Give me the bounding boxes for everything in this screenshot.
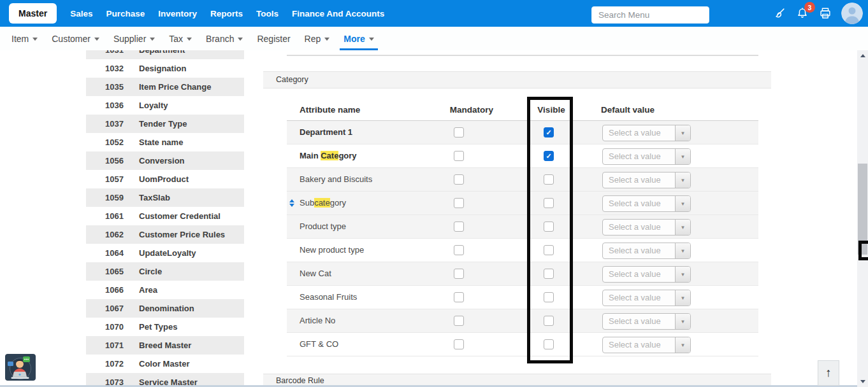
mandatory-checkbox[interactable] [454, 174, 464, 185]
scrollbar-down-arrow[interactable] [857, 376, 868, 387]
sidebar-master-item-conversion[interactable]: 1056 Conversion [86, 151, 244, 170]
sidebar-master-item-updateloyalty[interactable]: 1064 UpdateLoyalty [86, 244, 244, 262]
chevron-down-icon [94, 38, 99, 41]
default-value-dropdown[interactable]: Select a value ▼ [602, 195, 691, 212]
default-value-dropdown[interactable]: Select a value ▼ [602, 337, 691, 353]
mandatory-checkbox[interactable] [454, 222, 464, 232]
subnav-item-label: Register [257, 34, 290, 44]
dropdown-arrow-icon: ▼ [675, 149, 690, 164]
topnav-item-reports[interactable]: Reports [210, 9, 243, 18]
visible-checkbox[interactable]: ✓ [544, 151, 554, 161]
subnav-item-label: Branch [206, 34, 234, 44]
subnav-item-register[interactable]: Register [257, 27, 290, 50]
topnav-item-sales[interactable]: Sales [70, 9, 92, 18]
default-value-dropdown[interactable]: Select a value ▼ [602, 148, 691, 165]
brush-icon[interactable] [772, 6, 786, 20]
drag-handle-icon[interactable] [289, 199, 294, 207]
topnav-items: MasterSalesPurchaseInventoryReportsTools… [9, 3, 384, 24]
search-input[interactable] [591, 6, 709, 24]
scroll-to-top-button[interactable]: ↑ [818, 360, 839, 386]
default-value-dropdown[interactable]: Select a value ▼ [602, 125, 691, 141]
visible-checkbox[interactable] [544, 198, 554, 208]
default-value-dropdown[interactable]: Select a value ▼ [602, 313, 691, 330]
dropdown-arrow-icon: ▼ [675, 290, 690, 306]
attribute-name: Seasonal Fruits [300, 286, 357, 309]
subnav-item-item[interactable]: Item [11, 27, 38, 50]
mandatory-checkbox[interactable] [454, 198, 464, 208]
master-list-sidebar: 1031 Department 1032 Designation 1035 It… [86, 50, 244, 387]
subnav-item-supplier[interactable]: Supplier [113, 27, 155, 50]
sidebar-master-item-area[interactable]: 1066 Area [86, 281, 244, 299]
sidebar-master-item-circle[interactable]: 1065 Circle [86, 262, 244, 281]
default-value-dropdown[interactable]: Select a value ▼ [602, 172, 691, 188]
dropdown-arrow-icon: ▼ [675, 243, 690, 258]
sidebar-master-item-pet-types[interactable]: 1070 Pet Types [86, 318, 244, 336]
sidebar-master-item-state-name[interactable]: 1052 State name [86, 133, 244, 151]
master-item-label: Loyalty [139, 101, 168, 110]
sidebar-master-item-color-master[interactable]: 1072 Color Master [86, 355, 244, 373]
dropdown-placeholder: Select a value [603, 196, 675, 211]
sidebar-master-item-uomproduct[interactable]: 1057 UomProduct [86, 170, 244, 188]
subnav-item-tax[interactable]: Tax [169, 27, 192, 50]
chevron-down-icon [324, 38, 329, 41]
visible-checkbox[interactable] [544, 316, 554, 326]
mandatory-checkbox[interactable] [454, 339, 464, 349]
sidebar-master-item-taxslab[interactable]: 1059 TaxSlab [86, 188, 244, 207]
master-item-id: 1061 [86, 211, 124, 221]
subnav-item-label: Rep [305, 34, 321, 44]
sidebar-master-item-loyalty[interactable]: 1036 Loyalty [86, 96, 244, 115]
visible-checkbox[interactable]: ✓ [544, 127, 554, 137]
mandatory-checkbox[interactable] [454, 151, 464, 161]
top-navigation-bar: MasterSalesPurchaseInventoryReportsTools… [0, 0, 868, 27]
default-value-dropdown[interactable]: Select a value ▼ [602, 243, 691, 259]
dropdown-placeholder: Select a value [603, 243, 675, 258]
mandatory-checkbox[interactable] [454, 292, 464, 302]
mandatory-checkbox[interactable] [454, 316, 464, 326]
sidebar-master-item-tender-type[interactable]: 1037 Tender Type [86, 115, 244, 133]
mandatory-checkbox[interactable] [454, 127, 464, 137]
topnav-item-tools[interactable]: Tools [256, 9, 278, 18]
sidebar-master-item-denomination[interactable]: 1067 Denomination [86, 299, 244, 318]
master-item-label: Department [139, 50, 185, 55]
sidebar-master-item-customer-credential[interactable]: 1061 Customer Credential [86, 207, 244, 225]
subnav-item-rep[interactable]: Rep [305, 27, 330, 50]
topnav-item-finance-and-accounts[interactable]: Finance And Accounts [292, 9, 384, 18]
default-value-dropdown[interactable]: Select a value ▼ [602, 266, 691, 283]
chat-widget-avatar[interactable] [5, 354, 36, 381]
user-avatar[interactable] [841, 3, 863, 24]
sidebar-master-item-item-price-change[interactable]: 1035 Item Price Change [86, 78, 244, 96]
vertical-scrollbar[interactable] [857, 50, 868, 387]
mandatory-checkbox[interactable] [454, 245, 464, 255]
master-item-id: 1062 [86, 230, 124, 239]
default-value-dropdown[interactable]: Select a value ▼ [602, 290, 691, 306]
subnav-item-label: More [344, 34, 365, 44]
subnav-item-label: Customer [52, 34, 90, 44]
master-item-label: Denomination [139, 304, 194, 313]
printer-icon[interactable] [818, 6, 832, 20]
visible-checkbox[interactable] [544, 339, 554, 349]
visible-checkbox[interactable] [544, 222, 554, 232]
subnav-item-customer[interactable]: Customer [52, 27, 99, 50]
subnav-item-branch[interactable]: Branch [206, 27, 243, 50]
topnav-item-master[interactable]: Master [9, 3, 57, 24]
default-value-dropdown[interactable]: Select a value ▼ [602, 219, 691, 236]
visible-checkbox[interactable] [544, 292, 554, 302]
visible-checkbox[interactable] [544, 174, 554, 185]
scrollbar-thumb[interactable] [858, 164, 867, 255]
sidebar-master-item-designation[interactable]: 1032 Designation [86, 59, 244, 78]
visible-checkbox[interactable] [544, 245, 554, 255]
mandatory-checkbox[interactable] [454, 269, 464, 279]
sidebar-master-item-breed-master[interactable]: 1071 Breed Master [86, 336, 244, 355]
notifications[interactable]: 3 [795, 6, 809, 20]
attribute-name: GFT & CO [300, 333, 338, 356]
master-item-label: State name [139, 137, 183, 147]
visible-checkbox[interactable] [544, 269, 554, 279]
topnav-item-inventory[interactable]: Inventory [158, 9, 197, 18]
sidebar-master-item-department[interactable]: 1031 Department [86, 50, 244, 59]
scrollbar-up-arrow[interactable] [857, 50, 868, 61]
table-header-row: Attribute name Mandatory Visible Default… [287, 102, 758, 121]
topnav-item-purchase[interactable]: Purchase [106, 9, 145, 18]
master-item-id: 1064 [86, 248, 124, 258]
subnav-item-more[interactable]: More [344, 27, 373, 50]
sidebar-master-item-customer-price-rules[interactable]: 1062 Customer Price Rules [86, 225, 244, 244]
